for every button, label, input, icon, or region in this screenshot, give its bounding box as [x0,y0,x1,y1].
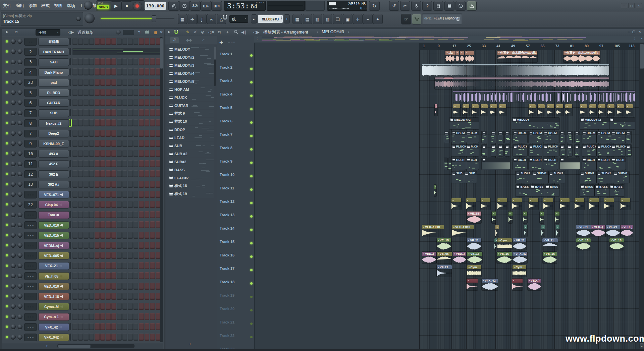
step-cell[interactable] [133,130,139,137]
step-cell[interactable] [89,221,94,228]
step-cell[interactable] [139,252,144,259]
step-cell[interactable] [95,283,100,290]
step-cell[interactable] [145,293,150,300]
rack-graph-icon[interactable]: ılıl [145,30,149,35]
pattern-clip[interactable]: GU..R [529,158,542,170]
step-cell[interactable] [139,68,144,75]
audio-clip[interactable]: » [565,104,572,116]
channel-target-display[interactable]: 5 [24,89,37,97]
playlist-track-header[interactable]: Track 17 [217,265,255,278]
step-cell[interactable] [78,140,83,147]
channel-button[interactable]: VED..005 [38,252,69,259]
audio-clip[interactable]: » [453,104,460,116]
step-cell[interactable] [89,160,94,167]
channel-target-display[interactable]: 6 [24,99,37,107]
pattern-clip[interactable]: BASS [516,185,530,196]
step-cell[interactable] [150,181,155,188]
audio-clip[interactable]: »VE..15 [609,238,624,250]
step-cell[interactable] [150,68,155,75]
channel-target-display[interactable]: 23 [24,79,37,86]
pat-mode-label[interactable]: PAT [98,1,103,4]
step-cell[interactable] [95,303,100,310]
audio-clip[interactable]: » [556,225,559,237]
app-minimize-button[interactable]: – [621,3,627,8]
step-cell[interactable] [111,79,116,86]
step-cell[interactable] [128,170,133,177]
rack-swing-icon[interactable]: ⟳ [15,30,18,35]
step-cell[interactable] [78,130,83,137]
pattern-clip[interactable] [498,144,503,156]
pattern-prev-button[interactable]: ▸ [251,14,257,23]
channel-button[interactable]: VFX..042 [38,334,69,341]
step-cell[interactable] [117,221,122,228]
step-cell[interactable] [95,201,100,208]
channel-pan-knob[interactable] [11,192,16,197]
channel-button[interactable]: Deep2 [38,130,69,137]
channel-pan-knob[interactable] [11,141,16,146]
step-cell[interactable] [150,252,155,259]
channel-pan-knob[interactable] [11,161,16,166]
pattern-clip[interactable] [482,131,487,143]
channel-button[interactable]: Cyma..M [38,303,69,310]
step-cell[interactable] [122,211,127,218]
audio-clip[interactable]: »VE..18 [467,212,481,223]
touch-view-button[interactable]: ✦ [373,14,383,24]
step-cell[interactable] [100,109,105,116]
project-info-view-button[interactable]: ▣ [343,14,353,24]
channel-volume-knob[interactable] [17,263,22,268]
channel-button[interactable]: VED..010 [38,221,69,229]
track-led[interactable] [250,175,253,177]
pattern-clip[interactable]: SUB#2 [549,171,565,183]
channel-pan-knob[interactable] [11,59,16,64]
step-cell[interactable] [139,58,144,65]
save-as-button[interactable] [444,1,454,11]
channel-volume-knob[interactable] [17,182,22,187]
step-cell[interactable] [95,242,100,249]
step-cell[interactable] [72,211,77,218]
add-track-button[interactable]: ✚ [219,40,223,45]
step-cell[interactable] [106,211,111,218]
step-cell[interactable] [150,58,155,65]
step-cell[interactable] [89,140,94,147]
audio-clip[interactable]: » [434,185,436,196]
channel-target-display[interactable]: --- [24,252,37,259]
countdown-button[interactable]: 3.2: [190,1,201,11]
step-cell[interactable] [128,99,133,106]
channel-target-display[interactable]: 2 [24,48,37,56]
step-cell[interactable] [122,150,127,157]
audio-clip[interactable]: »VE..15 [543,252,557,264]
pattern-clip[interactable]: MELODY [512,118,559,129]
audio-clip[interactable]: »VE..15 [576,238,591,250]
pattern-list-item[interactable]: LEAD [167,134,214,141]
step-cell[interactable] [122,323,127,330]
step-cell[interactable] [150,334,155,341]
step-cell[interactable] [111,191,116,198]
audio-clip[interactable]: »VE..15 [497,252,512,264]
step-cell[interactable] [100,58,105,65]
channel-volume-knob[interactable] [17,100,22,105]
step-cell[interactable] [128,313,133,320]
step-cell[interactable] [78,38,83,45]
step-cell[interactable] [111,150,116,157]
channel-volume-knob[interactable] [17,335,22,340]
pl-play-icon[interactable]: ▶ [168,30,170,34]
step-cell[interactable] [145,181,150,188]
pattern-clip[interactable] [560,144,565,156]
overview-scroll-left[interactable]: 〈 [255,37,258,41]
step-cell[interactable] [95,232,100,239]
step-cell[interactable] [78,313,83,320]
step-cell[interactable] [117,262,122,269]
step-cell[interactable] [100,89,105,96]
step-cell[interactable] [84,201,89,208]
pattern-clip[interactable] [444,131,449,143]
song-mode-button[interactable]: SONG [97,5,109,9]
step-cell[interactable] [72,89,77,96]
channel-target-display[interactable]: 7 [24,130,37,137]
channel-target-display[interactable]: --- [24,334,37,341]
step-cell[interactable] [100,313,105,320]
step-cell[interactable] [72,201,77,208]
step-cell[interactable] [100,119,105,126]
pattern-clip[interactable]: SUB [464,171,477,183]
playlist-track-header[interactable]: Track 14 [217,224,255,238]
channel-led[interactable] [6,40,8,43]
